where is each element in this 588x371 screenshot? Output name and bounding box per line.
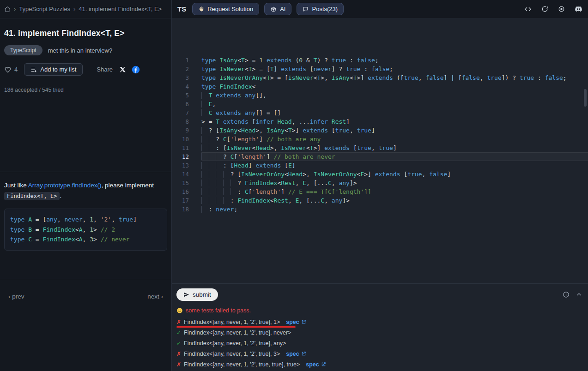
code-token: true xyxy=(487,74,501,81)
editor-line[interactable]: 13 : [Head] extends [E] xyxy=(172,161,588,170)
posts-button[interactable]: Posts(23) xyxy=(297,3,344,15)
add-to-list-button[interactable]: Add to my list xyxy=(24,63,83,76)
example-code-line: type B = FindIndex<A, 1> // 2 xyxy=(10,225,161,235)
breadcrumb-item-puzzles[interactable]: TypeScript Puzzles xyxy=(19,6,70,12)
code-token: // both are any xyxy=(267,136,321,143)
code-token: true xyxy=(357,127,371,134)
code-token xyxy=(216,66,219,72)
spec-link[interactable]: spec xyxy=(286,351,306,357)
code-token: extends any xyxy=(212,109,255,116)
editor-line[interactable]: 10 ? C['length'] // both are any xyxy=(172,135,588,144)
code-token: 3 xyxy=(90,236,93,243)
editor-line[interactable]: 16 : C['length'] // E === T[C['length']] xyxy=(172,187,588,196)
next-button[interactable]: next › xyxy=(147,293,163,300)
editor-line[interactable]: 8> = T extends [infer Head, ...infer Res… xyxy=(172,117,588,126)
code-token: < xyxy=(285,171,288,178)
code-token: ; xyxy=(389,66,393,72)
editor-line[interactable]: 18 : never; xyxy=(172,205,588,214)
code-token: 1 xyxy=(259,57,263,64)
request-solution-label: Request Solution xyxy=(207,6,253,12)
editor-line[interactable]: 17 : FindIndex<Rest, E, [...C, any]> xyxy=(172,196,588,205)
code-view-icon[interactable] xyxy=(524,6,532,13)
line-number: 10 xyxy=(172,135,189,144)
line-number: 11 xyxy=(172,144,189,152)
code-token: : xyxy=(360,66,371,72)
code-token: > = [ xyxy=(270,74,288,81)
code-token: > = [ xyxy=(252,66,270,72)
code-token: [ xyxy=(249,188,252,195)
code-token: Head xyxy=(277,118,291,125)
ai-button[interactable]: AI xyxy=(264,3,291,15)
code-token: 1 xyxy=(90,216,93,223)
info-icon[interactable] xyxy=(563,291,570,298)
code-line: ? C['length'] // both are never xyxy=(201,152,588,161)
code-token: [] = [] xyxy=(255,109,281,116)
code-line: : C['length'] // E === T[C['length']] xyxy=(201,187,588,196)
indent-guides xyxy=(201,136,216,143)
code-token: < xyxy=(237,57,241,64)
line-number: 5 xyxy=(172,91,189,100)
editor-line[interactable]: 14 ? [IsNeverOrAny<Head>, IsNeverOrAny<E… xyxy=(172,170,588,179)
test-row: ✗FindIndex<[any, never, 1, '2', true, tr… xyxy=(176,359,328,370)
code-token: infer xyxy=(310,118,328,125)
code-token: // 2 xyxy=(101,226,115,233)
line-number: 6 xyxy=(172,100,189,108)
findindex-doc-link[interactable]: Array.prototype.findIndex() xyxy=(28,182,102,189)
prev-button[interactable]: ‹ prev xyxy=(8,293,24,300)
like-button[interactable]: 4 xyxy=(4,66,18,73)
code-line: : FindIndex<Rest, E, [...C, any]> xyxy=(201,196,588,205)
editor-line[interactable]: 1type IsAny<T> = 1 extends (0 & T) ? tru… xyxy=(172,56,588,65)
code-line: type IsNeverOrAny<T> = [IsNever<T>, IsAn… xyxy=(201,73,588,82)
share-facebook-button[interactable] xyxy=(132,66,140,74)
home-icon[interactable] xyxy=(4,6,11,12)
collapse-panel-icon[interactable] xyxy=(576,291,582,298)
code-token: A xyxy=(79,236,83,243)
editor-line[interactable]: 6 E, xyxy=(172,100,588,108)
submit-button[interactable]: submit xyxy=(176,288,218,301)
code-token: false xyxy=(462,74,480,81)
spec-link[interactable]: spec xyxy=(306,361,326,368)
editor-line[interactable]: 5 T extends any[], xyxy=(172,91,588,100)
code-token: >, xyxy=(270,144,281,151)
code-editor[interactable]: 1type IsAny<T> = 1 extends (0 & T) ? tru… xyxy=(172,18,588,283)
scrollbar-thumb[interactable] xyxy=(584,89,587,107)
spec-label: spec xyxy=(286,351,299,357)
code-line: T extends any[], xyxy=(201,91,588,100)
test-fail-icon: ✗ xyxy=(176,361,181,368)
code-line: ? C['length'] // both are any xyxy=(201,135,588,144)
code-token: Rest xyxy=(281,180,295,186)
line-number: 9 xyxy=(172,126,189,135)
record-icon[interactable] xyxy=(558,6,565,12)
editor-line[interactable]: 11 : [IsNever<Head>, IsNever<T>] extends… xyxy=(172,144,588,152)
editor-line[interactable]: 3type IsNeverOrAny<T> = [IsNever<T>, IsA… xyxy=(172,73,588,82)
editor-line[interactable]: 12 ? C['length'] // both are never xyxy=(172,152,588,161)
language-tag[interactable]: TypeScript xyxy=(4,45,42,55)
test-row: ✓FindIndex<[any, never, 1, '2', true], n… xyxy=(176,327,293,338)
editor-line[interactable]: 4type FindIndex< xyxy=(172,82,588,91)
code-token: T xyxy=(314,57,317,64)
code-token: ] xyxy=(274,66,281,72)
code-line: type FindIndex< xyxy=(201,82,588,91)
code-token: never xyxy=(314,66,332,72)
code-token: >] xyxy=(364,171,375,178)
code-token: // both are never xyxy=(274,153,335,160)
code-token: type xyxy=(201,74,216,81)
spec-link[interactable]: spec xyxy=(286,319,306,325)
editor-line[interactable]: 9 ? [IsAny<Head>, IsAny<T>] extends [tru… xyxy=(172,126,588,135)
editor-line[interactable]: 15 ? FindIndex<Rest, E, [...C, any]> xyxy=(172,179,588,187)
editor-line[interactable]: 2type IsNever<T> = [T] extends [never] ?… xyxy=(172,65,588,73)
indent-guides xyxy=(201,197,230,204)
code-token: true xyxy=(346,66,360,72)
code-token: IsNever xyxy=(227,144,252,151)
test-label: FindIndex<[any, never, 1, '2', true], 3> xyxy=(184,351,280,357)
discord-icon[interactable] xyxy=(575,5,582,13)
share-x-button[interactable] xyxy=(119,66,126,73)
code-token: any xyxy=(46,216,57,223)
findindex-code-chip: FindIndex<T, E> xyxy=(4,192,60,200)
code-token: ? xyxy=(216,136,223,143)
code-token: T xyxy=(353,74,357,81)
editor-line[interactable]: 7 C extends any[] = [] xyxy=(172,108,588,117)
refresh-icon[interactable] xyxy=(541,6,548,12)
code-token: C xyxy=(223,136,227,143)
request-solution-button[interactable]: Request Solution xyxy=(192,3,259,15)
